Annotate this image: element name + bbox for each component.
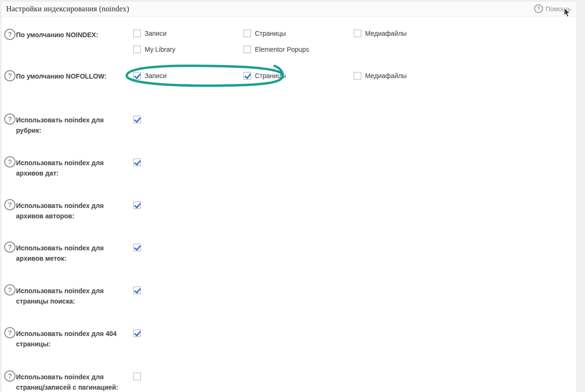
checkbox-noindex-404-page[interactable] bbox=[133, 329, 141, 337]
checkbox-label-elementor-popups[interactable]: Elementor Popups bbox=[255, 46, 309, 53]
page: { "header": { "title": "Настройки индекс… bbox=[0, 0, 585, 392]
panel-header: Настройки индексирования (noindex) ? Пом… bbox=[1, 1, 577, 16]
panel-title: Настройки индексирования (noindex) bbox=[6, 5, 129, 13]
checkbox-cell bbox=[133, 116, 141, 123]
field-label-noindex-categories: Использовать noindex для рубрик: bbox=[16, 115, 129, 136]
checkbox-cell bbox=[133, 329, 141, 337]
checkbox-label-media[interactable]: Медиафайлы bbox=[365, 30, 406, 37]
checkbox-label-pages[interactable]: Страницы bbox=[255, 72, 286, 80]
question-icon[interactable]: ? bbox=[4, 29, 16, 40]
field-label-default-nofollow: По умолчанию NOFOLLOW: bbox=[16, 71, 129, 81]
question-icon[interactable]: ? bbox=[4, 199, 16, 210]
checkbox-cell bbox=[133, 244, 141, 251]
settings-panel: Настройки индексирования (noindex) ? Пом… bbox=[1, 1, 577, 392]
question-icon[interactable]: ? bbox=[4, 241, 16, 253]
checkbox-pages[interactable] bbox=[244, 30, 251, 37]
checkbox-posts[interactable] bbox=[133, 30, 141, 37]
question-icon[interactable]: ? bbox=[4, 70, 16, 81]
checkbox-noindex-search-page[interactable] bbox=[133, 287, 141, 294]
question-icon[interactable]: ? bbox=[4, 113, 16, 125]
question-icon[interactable]: ? bbox=[4, 156, 16, 168]
checkbox-cell: My Library bbox=[133, 46, 175, 53]
question-icon[interactable]: ? bbox=[4, 327, 16, 338]
checkbox-cell bbox=[133, 201, 141, 209]
field-label-noindex-author-archives: Использовать noindex для архивов авторов… bbox=[16, 200, 129, 221]
checkbox-media[interactable] bbox=[354, 30, 361, 37]
checkbox-label-posts[interactable]: Записи bbox=[145, 72, 166, 80]
checkbox-noindex-date-archives[interactable] bbox=[133, 159, 141, 166]
checkbox-pages-nofollow[interactable] bbox=[244, 72, 251, 80]
checkbox-label-pages[interactable]: Страницы bbox=[255, 30, 286, 37]
checkbox-noindex-tag-archives[interactable] bbox=[133, 244, 141, 251]
field-label-noindex-pagination: Использовать noindex для страниц/записей… bbox=[16, 372, 129, 392]
checkbox-cell: Elementor Popups bbox=[244, 46, 309, 53]
checkbox-cell: Страницы bbox=[244, 30, 286, 37]
help-link[interactable]: ? Помощь bbox=[534, 4, 571, 13]
checkbox-noindex-author-archives[interactable] bbox=[133, 201, 141, 209]
field-label-noindex-date-archives: Использовать noindex для архивов дат: bbox=[16, 158, 129, 178]
checkbox-cell bbox=[133, 159, 141, 166]
checkbox-cell: Медиафайлы bbox=[354, 72, 406, 80]
checkbox-cell bbox=[133, 287, 141, 294]
checkbox-elementor-popups[interactable] bbox=[244, 46, 251, 53]
checkbox-posts-nofollow[interactable] bbox=[133, 72, 141, 80]
field-label-noindex-tag-archives: Использовать noindex для архивов меток: bbox=[16, 243, 129, 264]
checkbox-cell: Медиафайлы bbox=[354, 30, 406, 37]
checkbox-cell: Записи bbox=[133, 72, 166, 80]
question-icon[interactable]: ? bbox=[4, 284, 16, 296]
checkbox-noindex-categories[interactable] bbox=[133, 116, 141, 123]
checkbox-label-my-library[interactable]: My Library bbox=[145, 46, 175, 53]
question-icon[interactable]: ? bbox=[4, 370, 16, 382]
checkbox-my-library[interactable] bbox=[133, 46, 141, 53]
circle-question-icon: ? bbox=[534, 4, 543, 13]
checkbox-cell: Страницы bbox=[244, 72, 286, 80]
field-label-noindex-404-page: Использовать noindex для 404 страницы: bbox=[16, 328, 129, 349]
checkbox-media-nofollow[interactable] bbox=[354, 72, 361, 80]
checkbox-cell bbox=[133, 373, 141, 380]
checkbox-label-posts[interactable]: Записи bbox=[145, 30, 166, 37]
checkbox-noindex-pagination[interactable] bbox=[133, 373, 141, 380]
checkbox-cell: Записи bbox=[133, 30, 166, 37]
checkbox-label-media[interactable]: Медиафайлы bbox=[365, 72, 406, 80]
field-label-default-noindex: По умолчанию NOINDEX: bbox=[16, 30, 129, 40]
help-label: Помощь bbox=[545, 5, 571, 13]
field-label-noindex-search-page: Использовать noindex для страницы поиска… bbox=[16, 286, 129, 306]
